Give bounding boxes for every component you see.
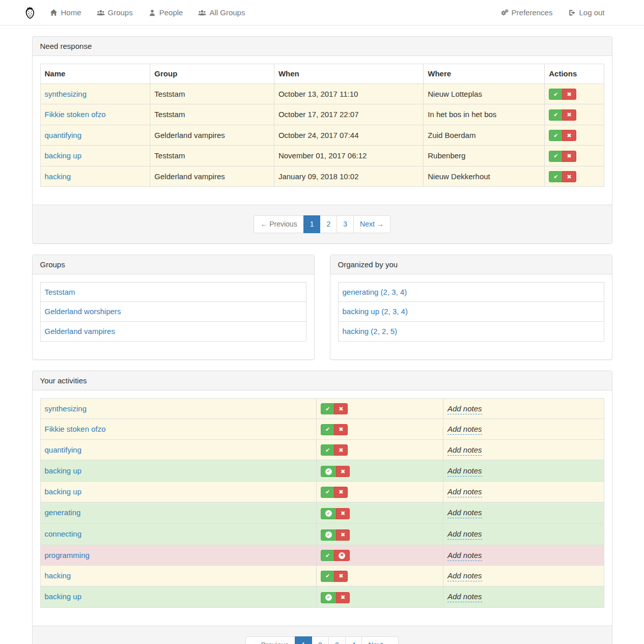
page-button[interactable]: 2 [312,636,329,644]
when-cell: January 09, 2018 10:02 [274,166,423,187]
attend-button[interactable]: ✔ ✔ [321,529,337,541]
check-circle-icon: ✔ [325,468,332,475]
activity-link[interactable]: backing up [45,592,82,601]
activity-link[interactable]: synthesizing [45,404,87,413]
decline-button[interactable]: ✖ [562,109,576,121]
attend-button[interactable]: ✔ [549,151,563,162]
attend-button[interactable]: ✔ [549,89,563,100]
rsvp-button-group: ✔ ✔ ✖ ✖ [321,403,348,414]
add-notes-link[interactable]: Add notes [447,551,482,561]
decline-button[interactable]: ✖ ✖ [334,571,348,582]
activity-link[interactable]: Fikkie stoken ofzo [45,425,106,433]
group-link[interactable]: Teststam [45,288,75,296]
attend-button[interactable]: ✔ ✔ [321,487,334,498]
attend-button[interactable]: ✔ [549,130,563,141]
actions-cell: ✔ ✔ ✖ ✖ [316,460,443,482]
attend-button[interactable]: ✔ ✔ [321,424,334,435]
add-notes-link[interactable]: Add notes [447,487,482,497]
decline-button[interactable]: ✖ ✖ [334,487,348,498]
attend-button[interactable]: ✔ ✔ [321,403,334,414]
page-button[interactable]: 3 [337,215,354,233]
attend-button[interactable]: ✔ [549,109,563,121]
page-button[interactable]: 3 [328,636,346,644]
pagination-prev[interactable]: ← Previous [254,215,303,233]
nav-item-people[interactable]: People [141,0,191,25]
activity-link[interactable]: quantifying [45,445,82,454]
activity-link[interactable]: Fikkie stoken ofzo [45,110,106,119]
page-button[interactable]: 1 [295,636,312,644]
add-notes-link[interactable]: Add notes [447,592,482,602]
brand-logo[interactable] [24,6,36,19]
nav-item-label: Preferences [512,8,553,17]
nav-item-home[interactable]: Home [50,0,89,25]
activity-link[interactable]: hacking [45,571,71,580]
activity-link[interactable]: programming [45,551,90,559]
decline-button[interactable]: ✖ ✖ [334,444,348,456]
decline-button[interactable]: ✖ ✖ [336,592,350,603]
rsvp-button-group: ✔ ✖ [549,89,576,100]
where-cell: Zuid Boerdam [424,125,545,146]
activity-link[interactable]: backing up [45,487,82,496]
pagination-next[interactable]: Next → [353,215,390,233]
add-notes-link[interactable]: Add notes [447,425,482,435]
times-icon: ✖ [341,595,345,600]
add-notes-link[interactable]: Add notes [447,571,482,581]
group-link[interactable]: Gelderland vampires [45,327,115,335]
add-notes-link[interactable]: Add notes [447,529,482,540]
decline-button[interactable]: ✖ [562,151,576,162]
activity-link[interactable]: generating [45,508,81,517]
decline-button[interactable]: ✖ ✖ [334,403,348,414]
need-response-pagination-footer: ← Previous 123 Next → [33,205,612,243]
attend-button[interactable]: ✔ ✔ [321,444,334,456]
nav-item-preferences[interactable]: Preferences [493,0,561,25]
decline-button[interactable]: ✖ ✖ [334,424,348,435]
check-icon: ✔ [325,406,330,412]
name-cell: synthesizing [40,398,316,419]
name-cell: connecting [40,523,316,545]
attend-button[interactable]: ✔ ✔ [321,550,334,561]
activity-link[interactable]: synthesizing [45,90,87,98]
group-link[interactable]: Gelderland worshipers [45,307,121,316]
decline-button[interactable]: ✖ [562,171,576,182]
page-button[interactable]: 4 [345,636,362,644]
organized-activity-link[interactable]: hacking (2, 2, 5) [343,327,398,335]
decline-button[interactable]: ✖ ✖ [336,529,350,541]
activity-link[interactable]: connecting [45,529,82,538]
rsvp-button-group: ✔ ✔ ✖ ✖ [321,571,348,582]
activity-link[interactable]: quantifying [45,131,82,139]
organized-activity-link[interactable]: generating (2, 3, 4) [343,288,407,296]
decline-button[interactable]: ✖ [562,89,576,100]
attend-button[interactable]: ✔ ✔ [321,508,337,519]
add-notes-link[interactable]: Add notes [447,508,482,518]
nav-item-groups[interactable]: Groups [89,0,141,25]
activity-link[interactable]: backing up [45,466,82,475]
name-cell: quantifying [40,125,150,146]
actions-cell: ✔ ✖ [545,166,604,187]
add-notes-link[interactable]: Add notes [447,404,482,414]
page-button[interactable]: 1 [303,215,321,233]
decline-button[interactable]: ✖ ✖ [336,466,350,477]
nav-item-all-groups[interactable]: All Groups [190,0,253,25]
group-cell: Teststam [150,83,274,104]
activity-link[interactable]: backing up [45,151,82,160]
decline-button[interactable]: ✖ ✖ [336,508,350,519]
decline-button[interactable]: ✖ [562,130,576,141]
pagination: ← Previous 123 Next → [254,215,390,233]
activity-row: synthesizing ✔ ✔ ✖ ✖ [40,398,604,419]
pagination-prev[interactable]: ← Previous [245,636,295,644]
page-button[interactable]: 2 [320,215,337,233]
add-notes-link[interactable]: Add notes [447,445,482,456]
organized-activity-link[interactable]: backing up (2, 3, 4) [343,307,408,316]
attend-button[interactable]: ✔ [549,171,563,182]
add-notes-link[interactable]: Add notes [447,466,482,477]
where-cell: Rubenberg [424,146,545,166]
pagination-next[interactable]: Next → [361,636,399,644]
attend-button[interactable]: ✔ ✔ [321,571,334,582]
attend-button[interactable]: ✔ ✔ [321,592,337,603]
nav-item-log-out[interactable]: Log out [560,0,620,25]
decline-button[interactable]: ✖ ✖ [334,550,350,561]
name-cell: generating [40,502,316,523]
activity-link[interactable]: hacking [45,172,71,181]
when-cell: October 17, 2017 22:07 [274,104,423,125]
attend-button[interactable]: ✔ ✔ [321,466,337,477]
